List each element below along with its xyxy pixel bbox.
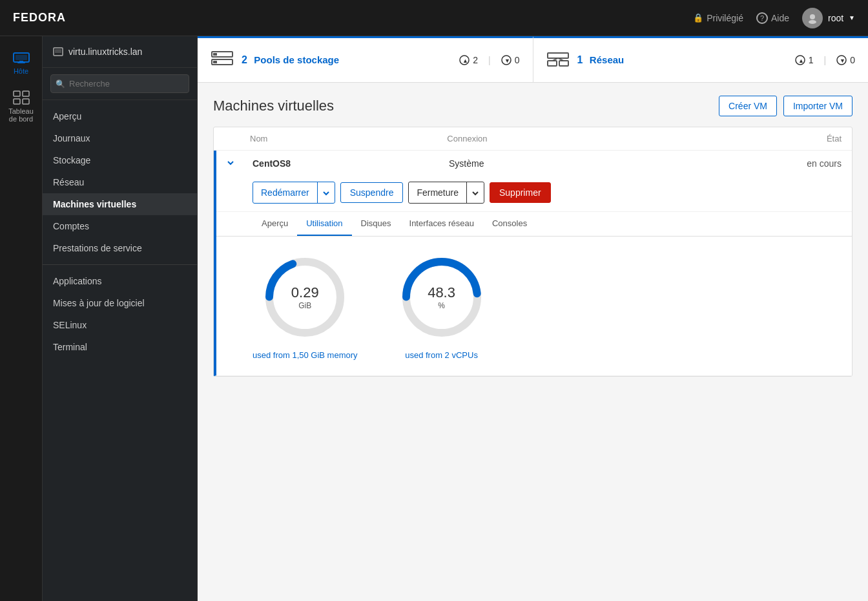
table-row: CentOS8 Système en cours Redémarrer: [214, 151, 852, 376]
svg-rect-3: [16, 55, 27, 60]
vm-detail-tabs: Aperçu Utilisation Disques Interfaces ré…: [216, 212, 852, 237]
sidebar-item-hote[interactable]: Hôte: [0, 43, 42, 83]
svg-rect-4: [17, 62, 25, 63]
tab-interfaces-reseau[interactable]: Interfaces réseau: [400, 212, 483, 236]
memory-donut-center: 0.29 GiB: [291, 284, 319, 310]
memory-value: 0.29: [291, 284, 319, 301]
storage-up-count: ▲ 2: [459, 55, 478, 65]
brand-logo: FEDORA: [13, 11, 693, 25]
fermeture-dropdown-button[interactable]: [467, 183, 484, 202]
storage-pools-icon: [211, 48, 234, 72]
storage-down-count: ▼ 0: [501, 55, 520, 65]
svg-rect-5: [19, 61, 23, 62]
tab-disques[interactable]: Disques: [352, 212, 400, 236]
sidebar-nav: Aperçu Journaux Stockage Réseau Machines…: [43, 100, 197, 601]
sidebar-item-stockage[interactable]: Stockage: [43, 149, 197, 171]
chevron-down-icon: [472, 191, 479, 196]
reseau-up-count: ▲ 1: [795, 55, 814, 65]
sidebar-divider: [43, 264, 197, 265]
sidebar-item-comptes[interactable]: Comptes: [43, 215, 197, 237]
sidebar-item-prestations-de-service[interactable]: Prestations de service: [43, 237, 197, 259]
left-nav: Hôte Tableau de bord: [0, 36, 43, 601]
col-nom: Nom: [250, 134, 447, 143]
svg-rect-20: [548, 53, 568, 58]
chevron-down-icon: ▼: [849, 14, 855, 21]
redemarrer-dropdown-button[interactable]: [318, 183, 335, 202]
svg-rect-11: [55, 49, 61, 53]
cpu-donut-container: 48.3 % used from 2 vCPUs: [397, 252, 487, 360]
sidebar-item-tableau-de-bord[interactable]: Tableau de bord: [0, 83, 42, 131]
sidebar-item-selinux[interactable]: SELinux: [43, 314, 197, 336]
reseau-title: Réseau: [590, 54, 624, 65]
cpu-donut: 48.3 %: [397, 252, 487, 343]
user-menu[interactable]: root ▼: [802, 8, 855, 28]
tab-consoles[interactable]: Consoles: [483, 212, 536, 236]
create-vm-button[interactable]: Créer VM: [719, 96, 777, 116]
vm-header: Machines virtuelles Créer VM Importer VM: [213, 96, 852, 116]
redemarrer-group: Redémarrer: [253, 182, 335, 204]
help-circle-icon: ?: [756, 12, 768, 24]
sidebar-item-applications[interactable]: Applications: [43, 270, 197, 292]
main-layout: Hôte Tableau de bord virtu.linuxtricks.l…: [0, 36, 868, 601]
memory-label: used from 1,50 GiB memory: [253, 350, 358, 360]
sidebar-item-apercu[interactable]: Aperçu: [43, 105, 197, 127]
svg-text:▼: ▼: [504, 58, 510, 64]
vm-header-buttons: Créer VM Importer VM: [719, 96, 852, 116]
col-expand: [224, 134, 250, 143]
sidebar-host-header: virtu.linuxtricks.lan: [43, 36, 197, 68]
svg-rect-21: [548, 61, 557, 66]
vm-actions: Redémarrer Suspendre Fermeture: [216, 176, 852, 212]
storage-pools-title: Pools de stockage: [254, 54, 339, 65]
vm-section-title: Machines virtuelles: [213, 98, 719, 114]
svg-rect-8: [14, 99, 20, 104]
reseau-icon: [546, 48, 570, 72]
fermeture-button[interactable]: Fermeture: [409, 183, 466, 202]
vm-utilization: 0.29 GiB used from 1,50 GiB memory: [216, 237, 852, 375]
memory-donut: 0.29 GiB: [260, 252, 350, 343]
sidebar-item-reseau[interactable]: Réseau: [43, 171, 197, 193]
cpu-unit: %: [428, 301, 455, 310]
sidebar-item-mises-a-jour[interactable]: Mises à jour de logiciel: [43, 292, 197, 314]
cpu-value: 48.3: [428, 284, 455, 301]
redemarrer-button[interactable]: Redémarrer: [253, 183, 317, 202]
svg-text:▼: ▼: [840, 58, 845, 64]
svg-text:▲: ▲: [462, 58, 468, 64]
reseau-down-count: ▼ 0: [836, 55, 855, 65]
vm-section: Machines virtuelles Créer VM Importer VM…: [198, 83, 868, 601]
suspendre-button[interactable]: Suspendre: [340, 182, 404, 203]
summary-card-reseau[interactable]: 1 Réseau ▲ 1 | ▼ 0: [533, 36, 869, 82]
sidebar-search-container: 🔍: [43, 68, 197, 100]
storage-pools-count: 2: [242, 54, 247, 65]
lock-icon: 🔒: [693, 13, 703, 23]
vm-name: CentOS8: [253, 158, 449, 169]
svg-rect-9: [23, 99, 29, 104]
topbar-right: 🔒 Privilégié ? Aide root ▼: [693, 8, 855, 28]
svg-point-1: [809, 20, 816, 24]
svg-text:▲: ▲: [798, 58, 804, 64]
sidebar-item-machines-virtuelles[interactable]: Machines virtuelles: [43, 193, 197, 215]
fermeture-group: Fermeture: [408, 182, 484, 204]
main-content: 2 Pools de stockage ▲ 2 | ▼ 0: [198, 36, 868, 601]
search-input[interactable]: [50, 74, 189, 93]
help-link[interactable]: ? Aide: [756, 12, 789, 24]
svg-rect-6: [14, 91, 20, 96]
sidebar-item-journaux[interactable]: Journaux: [43, 127, 197, 149]
cpu-label: used from 2 vCPUs: [405, 350, 478, 360]
sidebar: virtu.linuxtricks.lan 🔍 Aperçu Journaux …: [43, 36, 198, 601]
sidebar-item-terminal[interactable]: Terminal: [43, 336, 197, 358]
memory-donut-container: 0.29 GiB used from 1,50 GiB memory: [253, 252, 358, 360]
svg-rect-15: [213, 61, 217, 63]
storage-pools-counts: ▲ 2 | ▼ 0: [459, 55, 519, 65]
tab-apercu[interactable]: Aperçu: [253, 212, 297, 236]
import-vm-button[interactable]: Importer VM: [783, 96, 852, 116]
svg-point-0: [810, 14, 815, 19]
host-icon: [53, 47, 63, 57]
summary-card-storage-pools[interactable]: 2 Pools de stockage ▲ 2 | ▼ 0: [198, 36, 533, 82]
tab-utilisation[interactable]: Utilisation: [297, 212, 351, 236]
row-expand-button[interactable]: [227, 158, 253, 169]
cpu-donut-center: 48.3 %: [428, 284, 455, 310]
vm-connexion: Système: [449, 158, 645, 169]
reseau-counts: ▲ 1 | ▼ 0: [795, 55, 855, 65]
supprimer-button[interactable]: Supprimer: [490, 182, 551, 203]
col-etat: État: [645, 134, 842, 143]
